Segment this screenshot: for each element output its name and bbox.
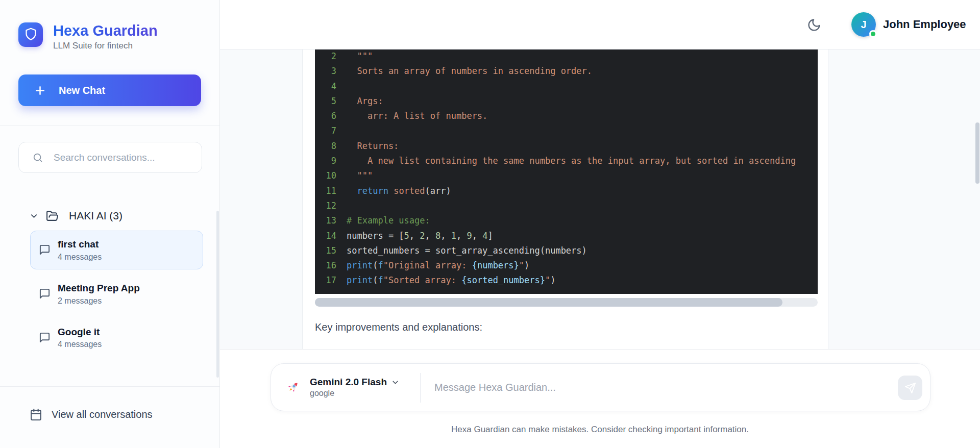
model-name: Gemini 2.0 Flash	[310, 377, 387, 388]
chevron-down-icon[interactable]	[29, 211, 39, 221]
code-line: 17print(f"Sorted array: {sorted_numbers}…	[315, 273, 818, 288]
line-number: 10	[315, 168, 336, 183]
sidebar: Hexa Guardian LLM Suite for fintech New …	[0, 0, 220, 448]
code-line: 7	[315, 123, 818, 138]
code-line: 5 Args:	[315, 94, 818, 109]
conversation-item[interactable]: Meeting Prep App2 messages	[30, 275, 203, 313]
conversation-title: Meeting Prep App	[58, 282, 140, 294]
code-line: 10 """	[315, 168, 818, 183]
line-number: 8	[315, 139, 336, 154]
rocket-icon	[285, 380, 301, 395]
conversation-message-count: 2 messages	[58, 296, 140, 306]
code-content: 2 """3 Sorts an array of numbers in asce…	[315, 49, 818, 288]
sidebar-scrollbar[interactable]	[216, 211, 219, 378]
code-line: 13# Example usage:	[315, 213, 818, 228]
conversation-message-count: 4 messages	[58, 253, 102, 262]
model-provider: google	[310, 389, 400, 398]
code-line: 11 return sorted(arr)	[315, 184, 818, 198]
code-block: 2 """3 Sorts an array of numbers in asce…	[315, 49, 818, 294]
chat-bubble-icon	[39, 332, 51, 343]
conversation-list: first chat4 messagesMeeting Prep App2 me…	[30, 231, 203, 362]
app-logo	[18, 22, 43, 47]
calendar-icon	[30, 408, 42, 421]
line-number: 6	[315, 109, 336, 123]
conversation-item[interactable]: first chat4 messages	[30, 231, 203, 269]
line-number: 16	[315, 258, 336, 273]
chat-scroll-area: 2 """3 Sorts an array of numbers in asce…	[220, 49, 980, 350]
message-input[interactable]	[434, 364, 884, 411]
code-horizontal-scrollbar-thumb[interactable]	[315, 298, 782, 307]
conversation-item[interactable]: Google it4 messages	[30, 318, 203, 357]
code-line: 12	[315, 198, 818, 213]
code-line: 2 """	[315, 49, 818, 64]
app-window: Hexa Guardian LLM Suite for fintech New …	[0, 0, 980, 448]
line-number: 12	[315, 198, 336, 213]
code-line: 9 A new list containing the same numbers…	[315, 154, 818, 168]
line-number: 7	[315, 123, 336, 138]
chat-bubble-icon	[39, 244, 51, 256]
chat-bubble-icon	[39, 288, 51, 300]
folder-open-icon	[46, 210, 59, 222]
disclaimer-text: Hexa Guardian can make mistakes. Conside…	[220, 425, 980, 435]
avatar-initial: J	[861, 19, 866, 31]
user-name: John Employee	[883, 18, 966, 31]
view-all-label: View all conversations	[52, 409, 153, 420]
code-line: 3 Sorts an array of numbers in ascending…	[315, 64, 818, 79]
plus-icon	[34, 84, 46, 97]
line-number: 2	[315, 49, 336, 64]
line-number: 13	[315, 213, 336, 228]
sidebar-divider	[0, 126, 219, 126]
new-chat-label: New Chat	[59, 85, 105, 96]
conversation-title: first chat	[58, 238, 102, 251]
avatar: J	[851, 12, 876, 37]
brand: Hexa Guardian LLM Suite for fintech	[18, 22, 158, 51]
line-number: 15	[315, 243, 336, 258]
send-button[interactable]	[898, 376, 922, 400]
sidebar-footer: View all conversations	[0, 386, 219, 448]
top-bar: J John Employee	[220, 0, 980, 49]
code-line: 8 Returns:	[315, 139, 818, 154]
user-menu[interactable]: J John Employee	[851, 12, 966, 37]
line-number: 9	[315, 154, 336, 168]
search-box	[18, 142, 202, 173]
code-line: 15sorted_numbers = sort_array_ascending(…	[315, 243, 818, 258]
shield-icon	[24, 27, 38, 43]
code-line: 6 arr: A list of numbers.	[315, 109, 818, 123]
app-title: Hexa Guardian	[53, 22, 158, 39]
page-vertical-scrollbar-thumb[interactable]	[975, 122, 979, 184]
dark-mode-toggle[interactable]	[807, 16, 825, 34]
search-input[interactable]	[54, 152, 202, 163]
search-icon	[32, 152, 43, 163]
code-line: 4	[315, 79, 818, 94]
line-number: 4	[315, 79, 336, 94]
view-all-conversations-button[interactable]: View all conversations	[30, 408, 153, 421]
line-number: 5	[315, 94, 336, 109]
online-status-dot	[869, 30, 877, 38]
code-line: 14numbers = [5, 2, 8, 1, 9, 4]	[315, 229, 818, 243]
composer: Gemini 2.0 Flash google	[271, 363, 930, 411]
conversation-title: Google it	[58, 326, 102, 338]
line-number: 14	[315, 229, 336, 243]
model-selector[interactable]: Gemini 2.0 Flash google	[271, 364, 369, 411]
line-number: 17	[315, 273, 336, 288]
line-number: 11	[315, 184, 336, 198]
send-icon	[904, 382, 916, 394]
main-area: J John Employee 2 """3 Sorts an array of…	[220, 0, 980, 448]
moon-icon	[807, 18, 825, 32]
assistant-message-card: 2 """3 Sorts an array of numbers in asce…	[302, 49, 828, 350]
folder-label: HAKI AI (3)	[69, 210, 122, 222]
conversation-message-count: 4 messages	[58, 340, 102, 349]
message-paragraph: Key improvements and explanations:	[315, 321, 482, 333]
line-number: 3	[315, 64, 336, 79]
app-tagline: LLM Suite for fintech	[53, 41, 158, 51]
chevron-down-icon	[391, 378, 400, 387]
code-horizontal-scrollbar	[315, 298, 818, 307]
folder-haki-ai[interactable]: HAKI AI (3)	[29, 207, 122, 225]
code-line: 16print(f"Original array: {numbers}")	[315, 258, 818, 273]
composer-divider	[420, 373, 421, 403]
composer-section: Gemini 2.0 Flash google	[220, 350, 980, 448]
new-chat-button[interactable]: New Chat	[18, 74, 201, 106]
